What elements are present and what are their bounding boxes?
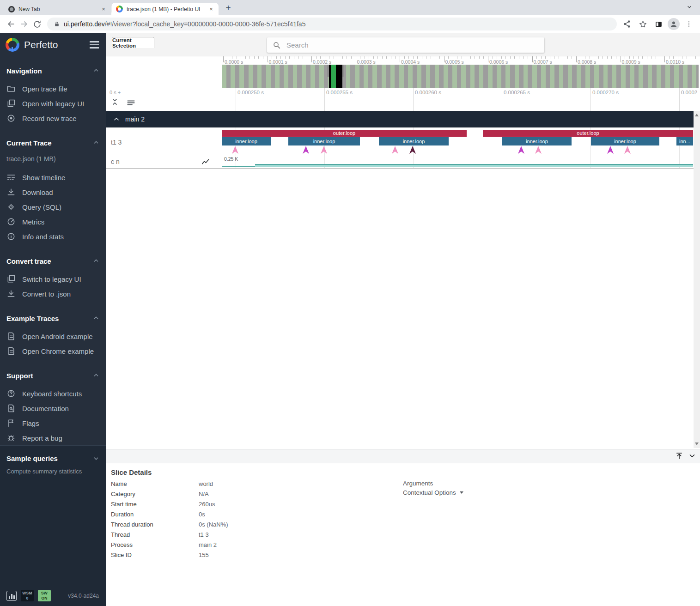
metrics-box-icon[interactable] (6, 591, 17, 601)
sidebar-section-example-traces: Example TracesOpen Android exampleOpen C… (0, 313, 106, 358)
url-path: /#!/viewer?local_cache_key=00000000-0000… (105, 20, 306, 28)
slice-outer-loop[interactable]: outer.loop (483, 130, 693, 137)
process-group-header[interactable]: main 2 (106, 111, 694, 127)
sample-queries-panel: Sample queries Compute summary statistic… (0, 445, 106, 606)
scroll-down-arrow[interactable] (695, 442, 699, 445)
slice-inner-loop[interactable]: inn... (676, 137, 693, 145)
current-selection-tab[interactable]: Current Selection (112, 37, 154, 48)
sidebar-item-open-with-legacy-ui[interactable]: Open with legacy UI (6, 96, 100, 111)
sample-query-item[interactable]: Compute summary statistics (6, 468, 100, 475)
chevron-up-icon (92, 139, 100, 146)
record-icon (6, 114, 16, 123)
slice-detail-row: Start time260us (111, 499, 397, 509)
perfetto-favicon (116, 6, 123, 12)
profile-avatar[interactable] (668, 18, 680, 30)
time-gridline (679, 88, 680, 111)
chevron-up-icon (113, 116, 120, 122)
sidebar-item-metrics[interactable]: Metrics (6, 214, 100, 229)
browser-tab-newtab[interactable]: New Tab × (4, 3, 111, 15)
sidebar-item-label: Open Chrome example (22, 347, 94, 355)
overview-minimap[interactable] (222, 65, 699, 88)
ruler-label: 0.0008 s (578, 59, 597, 65)
slice-detail-row: Slice ID155 (111, 550, 397, 560)
expand-panel-up-icon[interactable] (675, 452, 683, 460)
sidebar-item-report-a-bug[interactable]: Report a bug (6, 430, 100, 445)
url-host: ui.perfetto.dev (64, 20, 105, 28)
hamburger-menu-icon[interactable] (88, 39, 101, 50)
new-tab-button[interactable]: + (222, 2, 234, 14)
sidebar-item-open-trace-file[interactable]: Open trace file (6, 81, 100, 96)
counter-chart-icon[interactable] (201, 158, 211, 165)
search-box[interactable] (267, 37, 544, 53)
scroll-up-arrow[interactable] (695, 114, 699, 116)
url-bar[interactable]: ui.perfetto.dev/#!/viewer?local_cache_ke… (47, 18, 617, 30)
tab-title: New Tab (18, 6, 96, 12)
sidebar-item-switch-to-legacy-ui[interactable]: Switch to legacy UI (6, 272, 100, 286)
forward-button[interactable] (18, 18, 30, 30)
slice-inner-loop[interactable]: inner.loop (591, 137, 659, 145)
ruler-label: 0.0006 s (489, 59, 509, 65)
sidebar-item-convert-to-json[interactable]: Convert to .json (6, 286, 100, 301)
sidebar-item-documentation[interactable]: Documentation (6, 401, 100, 416)
search-input[interactable] (286, 41, 539, 49)
wsm-badge: WSM 0 (21, 590, 34, 601)
section-header-sample-queries[interactable]: Sample queries (6, 453, 100, 463)
collapse-panel-chevron-icon[interactable] (688, 452, 696, 460)
sidebar-item-download[interactable]: Download (6, 185, 100, 200)
sidebar-item-open-android-example[interactable]: Open Android example (6, 329, 100, 344)
sidebar-item-keyboard-shortcuts[interactable]: Keyboard shortcuts (6, 386, 100, 401)
browser-menu-kebab-icon[interactable] (682, 18, 695, 30)
contextual-options-dropdown[interactable]: Contextual Options (403, 489, 463, 496)
tab-close-icon[interactable]: × (100, 6, 107, 13)
back-button[interactable] (5, 18, 18, 30)
detail-label: Start time (111, 501, 199, 508)
sidebar-item-show-timeline[interactable]: Show timeline (6, 170, 100, 185)
slice-inner-loop[interactable]: inner.loop (222, 137, 271, 145)
sidebar-item-record-new-trace[interactable]: Record new trace (6, 111, 100, 126)
sidebar-item-label: Keyboard shortcuts (22, 390, 82, 398)
tab-close-icon[interactable]: × (207, 6, 215, 13)
ruler-label: 0.0009 s (622, 59, 641, 65)
detail-value: t1 3 (199, 531, 209, 538)
doc-icon (6, 404, 16, 413)
track-sort-lines-icon[interactable] (127, 99, 135, 106)
side-panel-icon[interactable] (652, 18, 665, 30)
detail-value: 155 (199, 551, 209, 558)
sidebar-item-info-and-stats[interactable]: Info and stats (6, 229, 100, 244)
section-header-current-trace[interactable]: Current Trace (6, 138, 100, 148)
counter-area-segment[interactable] (222, 166, 255, 167)
query-icon (6, 202, 16, 212)
browser-toolbar: ui.perfetto.dev/#!/viewer?local_cache_ke… (0, 15, 700, 33)
detail-label: Duration (111, 511, 199, 518)
sidebar-item-open-chrome-example[interactable]: Open Chrome example (6, 344, 100, 358)
time-gridline (590, 88, 591, 111)
slice-inner-loop[interactable]: inner.loop (379, 137, 449, 145)
share-icon[interactable] (621, 18, 633, 30)
sidebar-item-query-sql[interactable]: Query (SQL) (6, 200, 100, 214)
sidebar-item-flags[interactable]: Flags (6, 416, 100, 430)
ruler-label: 0.0004 s (401, 59, 420, 65)
slice-outer-loop[interactable]: outer.loop (222, 130, 467, 137)
slice-inner-loop[interactable]: inner.loop (288, 137, 360, 145)
ruler-label: 0.0010 s (666, 59, 685, 65)
counter-area-segment[interactable] (255, 164, 693, 167)
collapse-all-tracks-icon[interactable] (111, 98, 119, 106)
browser-tab-perfetto[interactable]: trace.json (1 MB) - Perfetto UI × (111, 3, 219, 15)
sidebar-item-label: Report a bug (22, 434, 62, 442)
counter-track-label[interactable]: c n (111, 158, 120, 165)
detail-label: Thread (111, 531, 199, 538)
ruler-label: 0.0001 s (269, 59, 288, 65)
time-axis-label: 0.000270 s (592, 90, 619, 95)
tab-search-chevron-icon[interactable] (686, 4, 693, 10)
section-header-support[interactable]: Support (6, 370, 100, 381)
bookmark-star-icon[interactable] (636, 18, 649, 30)
thread-track-label[interactable]: t1 3 (111, 139, 122, 146)
section-header-example-traces[interactable]: Example Traces (6, 313, 100, 323)
reload-button[interactable] (30, 18, 43, 30)
slice-inner-loop[interactable]: inner.loop (502, 137, 572, 145)
sidebar-footer: WSM 0 SW ON v34.0-ad24a (0, 586, 106, 606)
ruler-label: 0.0002 s (313, 59, 332, 65)
section-header-navigation[interactable]: Navigation (6, 66, 100, 76)
section-header-convert-trace[interactable]: Convert trace (6, 256, 100, 266)
vertical-scrollbar[interactable] (694, 111, 700, 448)
